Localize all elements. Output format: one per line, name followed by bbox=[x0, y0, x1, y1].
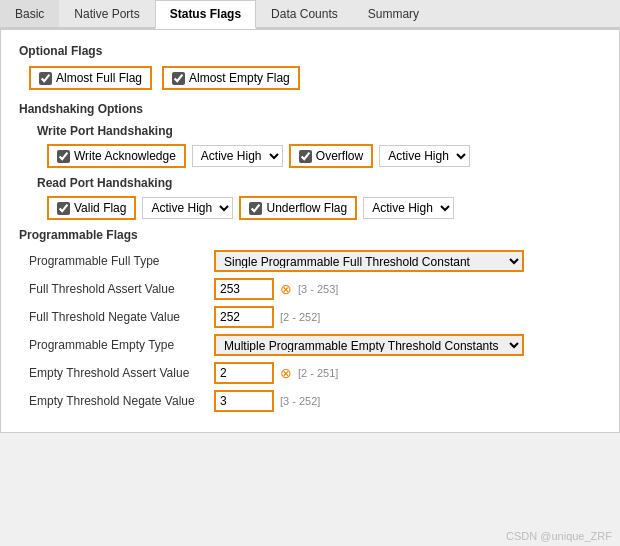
valid-flag-checkbox[interactable] bbox=[57, 202, 70, 215]
programmable-flags-title: Programmable Flags bbox=[19, 228, 601, 242]
underflow-flag-dropdown[interactable]: Active High Active Low bbox=[363, 197, 454, 219]
write-port-subtitle: Write Port Handshaking bbox=[37, 124, 601, 138]
handshaking-title: Handshaking Options bbox=[19, 102, 601, 116]
empty-assert-label: Empty Threshold Assert Value bbox=[29, 366, 214, 380]
tab-status-flags[interactable]: Status Flags bbox=[155, 0, 256, 29]
full-assert-input-group: ⊗ [3 - 253] bbox=[214, 278, 601, 300]
empty-negate-row: Empty Threshold Negate Value [3 - 252] bbox=[29, 390, 601, 412]
main-content: Optional Flags Almost Full Flag Almost E… bbox=[0, 29, 620, 433]
prog-full-type-select[interactable]: Single Programmable Full Threshold Const… bbox=[214, 250, 524, 272]
read-port-row: Valid Flag Active High Active Low Underf… bbox=[47, 196, 601, 220]
empty-negate-input-group: [3 - 252] bbox=[214, 390, 601, 412]
empty-assert-range: [2 - 251] bbox=[298, 367, 338, 379]
valid-flag-text: Valid Flag bbox=[74, 201, 126, 215]
valid-flag-label[interactable]: Valid Flag bbox=[47, 196, 136, 220]
full-assert-clear-icon[interactable]: ⊗ bbox=[280, 281, 292, 297]
prog-full-type-label: Programmable Full Type bbox=[29, 254, 214, 268]
full-negate-row: Full Threshold Negate Value [2 - 252] bbox=[29, 306, 601, 328]
overflow-text: Overflow bbox=[316, 149, 363, 163]
overflow-label[interactable]: Overflow bbox=[289, 144, 373, 168]
write-acknowledge-label[interactable]: Write Acknowledge bbox=[47, 144, 186, 168]
almost-empty-flag-text: Almost Empty Flag bbox=[189, 71, 290, 85]
tab-basic[interactable]: Basic bbox=[0, 0, 59, 27]
overflow-dropdown[interactable]: Active High Active Low bbox=[379, 145, 470, 167]
write-acknowledge-text: Write Acknowledge bbox=[74, 149, 176, 163]
prog-empty-type-select[interactable]: Single Programmable Empty Threshold Cons… bbox=[214, 334, 524, 356]
almost-full-flag-label[interactable]: Almost Full Flag bbox=[29, 66, 152, 90]
full-assert-label: Full Threshold Assert Value bbox=[29, 282, 214, 296]
almost-full-flag-checkbox[interactable] bbox=[39, 72, 52, 85]
full-negate-input-group: [2 - 252] bbox=[214, 306, 601, 328]
prog-empty-type-row: Programmable Empty Type Single Programma… bbox=[29, 334, 601, 356]
almost-full-flag-text: Almost Full Flag bbox=[56, 71, 142, 85]
full-negate-label: Full Threshold Negate Value bbox=[29, 310, 214, 324]
tab-native-ports[interactable]: Native Ports bbox=[59, 0, 154, 27]
empty-assert-input-group: ⊗ [2 - 251] bbox=[214, 362, 601, 384]
tab-bar: Basic Native Ports Status Flags Data Cou… bbox=[0, 0, 620, 29]
overflow-checkbox[interactable] bbox=[299, 150, 312, 163]
empty-assert-row: Empty Threshold Assert Value ⊗ [2 - 251] bbox=[29, 362, 601, 384]
write-acknowledge-checkbox[interactable] bbox=[57, 150, 70, 163]
underflow-flag-checkbox[interactable] bbox=[249, 202, 262, 215]
empty-negate-input[interactable] bbox=[214, 390, 274, 412]
empty-assert-clear-icon[interactable]: ⊗ bbox=[280, 365, 292, 381]
write-acknowledge-dropdown[interactable]: Active High Active Low bbox=[192, 145, 283, 167]
almost-empty-flag-checkbox[interactable] bbox=[172, 72, 185, 85]
empty-assert-input[interactable] bbox=[214, 362, 274, 384]
read-port-subtitle: Read Port Handshaking bbox=[37, 176, 601, 190]
prog-full-type-input: Single Programmable Full Threshold Const… bbox=[214, 250, 601, 272]
empty-negate-range: [3 - 252] bbox=[280, 395, 320, 407]
full-negate-input[interactable] bbox=[214, 306, 274, 328]
full-assert-input[interactable] bbox=[214, 278, 274, 300]
tab-data-counts[interactable]: Data Counts bbox=[256, 0, 353, 27]
full-negate-range: [2 - 252] bbox=[280, 311, 320, 323]
almost-empty-flag-label[interactable]: Almost Empty Flag bbox=[162, 66, 300, 90]
prog-empty-type-label: Programmable Empty Type bbox=[29, 338, 214, 352]
prog-empty-type-input: Single Programmable Empty Threshold Cons… bbox=[214, 334, 601, 356]
empty-negate-label: Empty Threshold Negate Value bbox=[29, 394, 214, 408]
prog-full-type-row: Programmable Full Type Single Programmab… bbox=[29, 250, 601, 272]
optional-flags-row: Almost Full Flag Almost Empty Flag bbox=[29, 66, 601, 90]
write-port-row: Write Acknowledge Active High Active Low… bbox=[47, 144, 601, 168]
optional-flags-title: Optional Flags bbox=[19, 44, 601, 58]
full-assert-row: Full Threshold Assert Value ⊗ [3 - 253] bbox=[29, 278, 601, 300]
valid-flag-dropdown[interactable]: Active High Active Low bbox=[142, 197, 233, 219]
tab-summary[interactable]: Summary bbox=[353, 0, 434, 27]
underflow-flag-text: Underflow Flag bbox=[266, 201, 347, 215]
underflow-flag-label[interactable]: Underflow Flag bbox=[239, 196, 357, 220]
full-assert-range: [3 - 253] bbox=[298, 283, 338, 295]
